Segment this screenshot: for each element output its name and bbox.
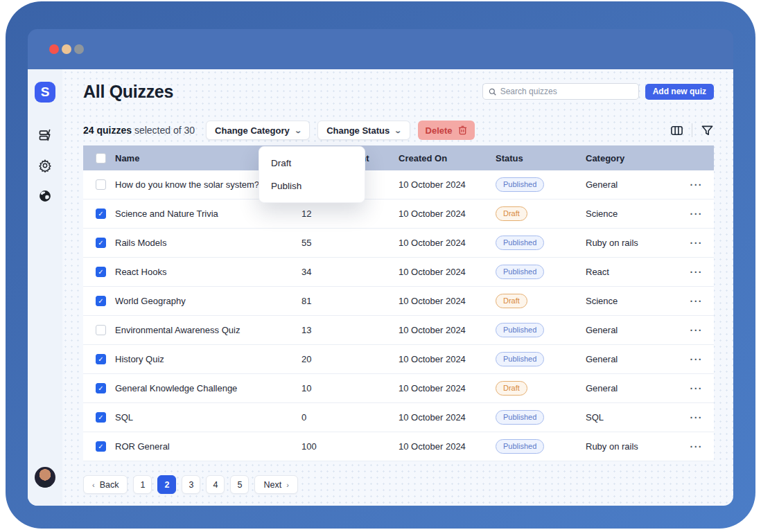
cell-count: 12 bbox=[301, 209, 399, 219]
add-new-quiz-button[interactable]: Add new quiz bbox=[645, 84, 714, 100]
cell-name: Environmental Awareness Quiz bbox=[115, 325, 301, 335]
dropdown-item-publish[interactable]: Publish bbox=[259, 175, 365, 197]
row-checkbox[interactable]: ✓ bbox=[96, 296, 106, 306]
column-header-category[interactable]: Category bbox=[586, 153, 690, 163]
row-actions-button[interactable]: ··· bbox=[690, 179, 715, 190]
pagination-back-button[interactable]: ‹ Back bbox=[83, 475, 128, 494]
row-actions-button[interactable]: ··· bbox=[690, 209, 715, 220]
row-actions-button[interactable]: ··· bbox=[690, 238, 715, 249]
cell-name: History Quiz bbox=[115, 354, 301, 364]
app-logo[interactable]: S bbox=[35, 82, 55, 103]
change-status-button[interactable]: Change Status ⌄ bbox=[317, 121, 410, 140]
row-actions-button[interactable]: ··· bbox=[690, 412, 715, 423]
table-row[interactable]: ✓ SQL 0 10 October 2024 Published SQL ··… bbox=[83, 403, 714, 432]
filter-button[interactable] bbox=[701, 124, 714, 137]
table-row[interactable]: ✓ ROR General 100 10 October 2024 Publis… bbox=[83, 432, 714, 461]
pagination-next-button[interactable]: Next › bbox=[254, 475, 297, 494]
table-row[interactable]: Environmental Awareness Quiz 13 10 Octob… bbox=[83, 316, 714, 345]
row-actions-button[interactable]: ··· bbox=[690, 354, 715, 365]
chevron-down-icon: ⌄ bbox=[294, 127, 302, 134]
sidebar: S bbox=[28, 69, 62, 506]
delete-button[interactable]: Delete bbox=[418, 121, 475, 140]
columns-icon bbox=[670, 124, 683, 137]
toolbar-divider bbox=[692, 123, 692, 137]
row-checkbox[interactable] bbox=[96, 325, 106, 335]
cell-created: 10 October 2024 bbox=[399, 238, 496, 248]
close-window-button[interactable] bbox=[49, 44, 59, 54]
cell-name: ROR General bbox=[115, 441, 301, 452]
maximize-window-button[interactable] bbox=[74, 44, 84, 54]
status-badge: Published bbox=[496, 352, 544, 366]
row-actions-button[interactable]: ··· bbox=[690, 441, 715, 452]
pagination-page-5[interactable]: 5 bbox=[230, 475, 249, 494]
pagination-page-4[interactable]: 4 bbox=[206, 475, 225, 494]
globe-icon[interactable] bbox=[37, 188, 53, 204]
column-header-created-on[interactable]: Created On bbox=[399, 153, 496, 163]
bulk-actions-toolbar: 24 quizzes selected of 30 Change Categor… bbox=[83, 121, 714, 140]
search-icon bbox=[489, 88, 496, 96]
table-row[interactable]: ✓ React Hooks 34 10 October 2024 Publish… bbox=[83, 258, 714, 287]
quiz-list-icon[interactable] bbox=[37, 127, 53, 143]
cell-name: Science and Nature Trivia bbox=[115, 209, 301, 219]
cell-created: 10 October 2024 bbox=[399, 412, 496, 423]
cell-count: 10 bbox=[301, 383, 399, 393]
row-checkbox[interactable]: ✓ bbox=[96, 354, 106, 364]
cell-category: General bbox=[586, 383, 690, 393]
cell-created: 10 October 2024 bbox=[399, 296, 496, 306]
user-avatar[interactable] bbox=[35, 467, 55, 488]
row-actions-button[interactable]: ··· bbox=[690, 383, 715, 394]
table-row[interactable]: ✓ Science and Nature Trivia 12 10 Octobe… bbox=[83, 200, 714, 229]
trash-icon bbox=[458, 125, 467, 135]
cell-category: SQL bbox=[586, 412, 690, 423]
change-category-button[interactable]: Change Category ⌄ bbox=[206, 121, 310, 140]
search-input[interactable] bbox=[500, 87, 633, 96]
cell-name: SQL bbox=[115, 412, 301, 423]
cell-created: 10 October 2024 bbox=[399, 441, 496, 452]
table-row[interactable]: ✓ General Knowledge Challenge 10 10 Octo… bbox=[83, 374, 714, 403]
pagination-page-2-active[interactable]: 2 bbox=[157, 475, 176, 494]
row-checkbox[interactable]: ✓ bbox=[96, 383, 106, 393]
status-badge: Published bbox=[496, 177, 544, 192]
row-actions-button[interactable]: ··· bbox=[690, 325, 715, 336]
row-checkbox[interactable]: ✓ bbox=[96, 412, 106, 423]
page-title: All Quizzes bbox=[83, 82, 173, 102]
row-actions-button[interactable]: ··· bbox=[690, 267, 715, 278]
status-badge: Draft bbox=[496, 206, 527, 221]
cell-name: World Geography bbox=[115, 296, 301, 306]
row-checkbox[interactable]: ✓ bbox=[96, 441, 106, 452]
status-badge: Published bbox=[496, 439, 544, 454]
status-badge: Published bbox=[496, 323, 544, 337]
select-all-checkbox[interactable] bbox=[96, 153, 106, 163]
table-row[interactable]: How do you know the solar system? 10 Oct… bbox=[83, 170, 714, 200]
cell-category: React bbox=[586, 267, 690, 277]
cell-category: Ruby on rails bbox=[586, 238, 690, 248]
main-content: All Quizzes Add new quiz 24 quizzes sele… bbox=[62, 69, 733, 506]
minimize-window-button[interactable] bbox=[62, 44, 71, 54]
columns-visibility-button[interactable] bbox=[670, 124, 683, 137]
pagination-page-1[interactable]: 1 bbox=[133, 475, 152, 494]
cell-name: React Hooks bbox=[115, 267, 301, 277]
table-header-row: Name Question Count Created On Status Ca… bbox=[83, 145, 714, 170]
cell-created: 10 October 2024 bbox=[399, 179, 496, 190]
cell-category: Science bbox=[586, 296, 690, 306]
row-checkbox[interactable] bbox=[96, 179, 106, 190]
row-actions-button[interactable]: ··· bbox=[690, 296, 715, 307]
status-badge: Draft bbox=[496, 294, 527, 308]
status-badge: Published bbox=[496, 236, 544, 250]
cell-count: 20 bbox=[301, 354, 399, 364]
table-row[interactable]: ✓ History Quiz 20 10 October 2024 Publis… bbox=[83, 345, 714, 374]
cell-category: General bbox=[586, 354, 690, 364]
dropdown-item-draft[interactable]: Draft bbox=[259, 152, 365, 175]
row-checkbox[interactable]: ✓ bbox=[96, 209, 106, 219]
settings-gear-icon[interactable] bbox=[37, 158, 53, 173]
search-box[interactable] bbox=[482, 83, 639, 100]
table-row[interactable]: ✓ Rails Models 55 10 October 2024 Publis… bbox=[83, 229, 714, 258]
window-titlebar bbox=[28, 29, 733, 69]
table-row[interactable]: ✓ World Geography 81 10 October 2024 Dra… bbox=[83, 287, 714, 316]
column-header-status[interactable]: Status bbox=[496, 153, 586, 163]
row-checkbox[interactable]: ✓ bbox=[96, 267, 106, 277]
row-checkbox[interactable]: ✓ bbox=[96, 238, 106, 248]
status-dropdown-menu: Draft Publish bbox=[259, 146, 365, 203]
chevron-down-icon: ⌄ bbox=[394, 127, 402, 134]
pagination-page-3[interactable]: 3 bbox=[182, 475, 200, 494]
